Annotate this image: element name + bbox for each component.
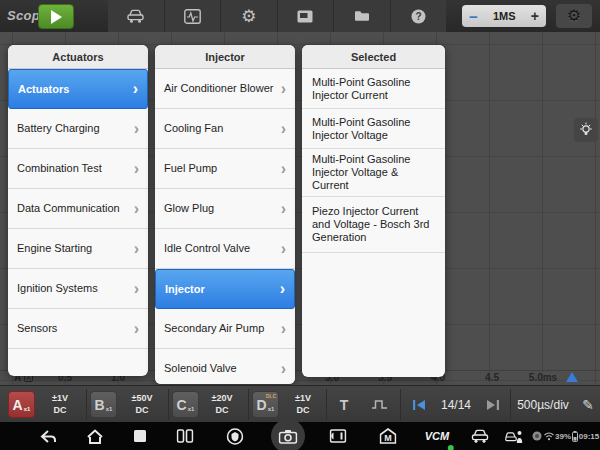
home-button[interactable] — [87, 422, 104, 450]
list-item-mp-gasoline-injector-current[interactable]: Multi-Point Gasoline Injector Current — [302, 69, 445, 109]
maxisys-home-button[interactable]: M — [380, 422, 397, 450]
waveform-library-button[interactable] — [164, 0, 221, 32]
screenshot-button[interactable] — [279, 422, 298, 450]
list-item-actuators[interactable]: Actuators › — [8, 69, 148, 109]
print-icon — [297, 10, 313, 23]
panel-title: Actuators — [8, 45, 148, 69]
channel-b-range[interactable]: ±50VDC — [119, 392, 165, 416]
maxisys-home-icon: M — [380, 428, 397, 444]
trigger-button[interactable]: T — [330, 391, 358, 418]
time-per-division[interactable]: 500µs/div — [508, 391, 578, 418]
list-item-combination-test[interactable]: Combination Test › — [8, 149, 148, 189]
timebase-increase-button[interactable]: + — [531, 9, 539, 23]
technician-app-button[interactable] — [505, 422, 523, 450]
chevron-right-icon: › — [281, 121, 286, 137]
annotate-button[interactable]: ✎ — [578, 391, 598, 418]
panel-title: Selected — [302, 45, 445, 69]
play-icon — [50, 10, 62, 24]
vcm-connected-icon — [448, 445, 454, 450]
display-mode-button[interactable] — [330, 422, 347, 450]
recents-icon — [133, 429, 147, 443]
next-page-button[interactable] — [480, 391, 506, 418]
pencil-icon: ✎ — [582, 397, 594, 413]
list-item-mp-gasoline-injector-voltage-current[interactable]: Multi-Point Gasoline Injector Voltage & … — [302, 149, 445, 197]
list-item-engine-starting[interactable]: Engine Starting › — [8, 229, 148, 269]
scope-settings-button[interactable]: ⚙ — [556, 4, 592, 28]
system-navigation-bar: M VCM — [0, 422, 600, 450]
toolbar-icon-strip: ⚙ ? — [108, 0, 446, 32]
list-item-secondary-air-pump[interactable]: Secondary Air Pump › — [155, 309, 295, 349]
list-item-data-communication[interactable]: Data Communication › — [8, 189, 148, 229]
channel-d-range[interactable]: ±1VDC — [280, 392, 326, 416]
channel-c-range[interactable]: ±20VDC — [199, 392, 245, 416]
timebase-value: 1MS — [493, 10, 516, 22]
split-screen-button[interactable] — [177, 422, 194, 450]
chevron-right-icon: › — [281, 241, 286, 257]
vehicle-app-button[interactable] — [471, 422, 490, 450]
list-item-mp-gasoline-injector-voltage[interactable]: Multi-Point Gasoline Injector Voltage — [302, 109, 445, 149]
split-screen-icon — [177, 429, 194, 443]
channel-control-bar: Ax1 ±1VDC Bx1 ±50VDC Cx1 ±20VDC DLC Dx1 … — [0, 385, 600, 422]
chevron-right-icon: › — [133, 81, 138, 97]
brightness-bulb-icon — [578, 122, 594, 138]
start-capture-button[interactable] — [38, 4, 74, 29]
vehicle-icon — [126, 9, 145, 23]
list-item-air-conditioner-blower[interactable]: Air Conditioner Blower › — [155, 69, 295, 109]
battery-icon — [572, 422, 578, 450]
chevron-right-icon: › — [281, 321, 286, 337]
back-icon — [39, 429, 57, 444]
channel-a-range[interactable]: ±1VDC — [37, 392, 83, 416]
brightness-toggle-button[interactable] — [574, 118, 598, 142]
browser-icon — [227, 428, 244, 445]
settings-button[interactable]: ⚙ — [220, 0, 277, 32]
channel-b-button[interactable]: Bx1 — [90, 391, 117, 418]
divider — [248, 389, 249, 420]
list-item-cooling-fan[interactable]: Cooling Fan › — [155, 109, 295, 149]
vehicle-menu-button[interactable] — [108, 0, 164, 32]
timebase-stepper: − 1MS + — [462, 5, 546, 27]
help-button[interactable]: ? — [390, 0, 447, 32]
browser-button[interactable] — [227, 422, 244, 450]
chevron-right-icon: › — [134, 121, 139, 137]
top-toolbar: Scope ⚙ — [0, 0, 600, 32]
clock: 09:15 — [579, 422, 599, 450]
vcm-label: VCM — [425, 430, 449, 442]
list-item-solenoid-valve[interactable]: Solenoid Valve › — [155, 349, 295, 384]
gear-icon: ⚙ — [567, 8, 581, 24]
wifi-icon — [544, 422, 555, 450]
display-contrast-icon — [330, 429, 347, 443]
help-icon: ? — [411, 9, 426, 24]
pulse-icon — [371, 399, 388, 410]
trigger-edge-button[interactable] — [362, 391, 396, 418]
dlc-tag: DLC — [266, 393, 276, 399]
chevron-right-icon: › — [134, 161, 139, 177]
file-manager-button[interactable] — [333, 0, 390, 32]
trigger-marker-icon[interactable] — [566, 372, 578, 382]
list-item-glow-plug[interactable]: Glow Plug › — [155, 189, 295, 229]
list-item-battery-charging[interactable]: Battery Charging › — [8, 109, 148, 149]
list-item-ignition-systems[interactable]: Ignition Systems › — [8, 269, 148, 309]
axis-tick: 5.0ms — [529, 372, 557, 383]
technician-icon — [505, 429, 523, 444]
next-page-icon — [486, 399, 500, 411]
recents-button[interactable] — [133, 422, 147, 450]
back-button[interactable] — [39, 422, 57, 450]
timebase-decrease-button[interactable]: − — [469, 9, 478, 24]
previous-page-button[interactable] — [406, 391, 432, 418]
print-button[interactable] — [277, 0, 334, 32]
page-indicator: 14/14 — [432, 391, 480, 418]
list-item-injector[interactable]: Injector › — [155, 269, 295, 309]
list-item-fuel-pump[interactable]: Fuel Pump › — [155, 149, 295, 189]
vehicle-icon — [471, 429, 490, 443]
channel-c-button[interactable]: Cx1 — [172, 391, 199, 418]
scope-app-screen: Scope ⚙ — [0, 0, 600, 450]
channel-a-button[interactable]: Ax1 — [8, 391, 35, 418]
channel-d-button[interactable]: DLC Dx1 — [252, 391, 279, 418]
list-item-idle-control-valve[interactable]: Idle Control Valve › — [155, 229, 295, 269]
list-item-piezo-injector-bosch[interactable]: Piezo Injector Current and Voltage - Bos… — [302, 197, 445, 253]
selected-tests-panel: Selected Multi-Point Gasoline Injector C… — [302, 45, 445, 377]
chevron-right-icon: › — [281, 161, 286, 177]
file-manager-icon — [354, 10, 370, 22]
vcm-status-button[interactable]: VCM — [425, 422, 449, 450]
list-item-sensors[interactable]: Sensors › — [8, 309, 148, 349]
